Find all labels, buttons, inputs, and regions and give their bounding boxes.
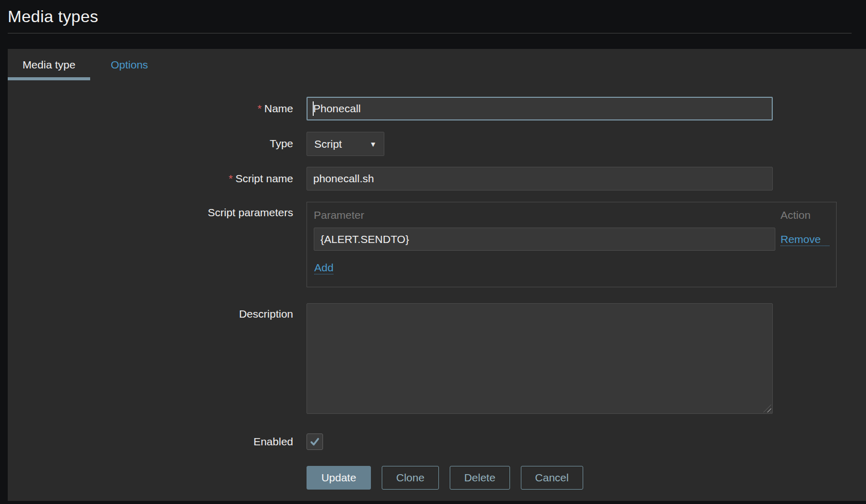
delete-button[interactable]: Delete — [450, 466, 510, 490]
footer-spacer — [8, 466, 307, 490]
name-row: *Name — [8, 97, 866, 120]
page-header: Media types — [0, 0, 866, 33]
description-row: Description — [8, 303, 866, 414]
type-select[interactable]: Script ▼ — [307, 132, 384, 156]
update-button[interactable]: Update — [307, 466, 371, 490]
enabled-label: Enabled — [8, 433, 307, 450]
script-parameters-row: Script parameters Parameter Action Remov… — [8, 202, 866, 287]
required-asterisk: * — [229, 172, 233, 184]
script-parameter-row: Remove — [314, 228, 829, 251]
type-label: Type — [8, 132, 307, 156]
form-footer-row: Update Clone Delete Cancel — [8, 466, 866, 490]
type-select-value: Script — [314, 138, 342, 150]
name-label: *Name — [8, 97, 307, 120]
active-tab-underline — [8, 77, 90, 80]
description-textarea-wrap — [307, 303, 773, 414]
enabled-checkbox[interactable] — [307, 433, 323, 450]
media-type-form: *Name Type Script ▼ *Script name Script … — [8, 80, 866, 490]
name-input-wrap — [307, 97, 773, 120]
script-parameters-header: Parameter Action — [314, 209, 829, 221]
clone-button[interactable]: Clone — [382, 466, 439, 490]
type-row: Type Script ▼ — [8, 132, 866, 156]
tab-media-type-label: Media type — [23, 59, 76, 71]
description-textarea[interactable] — [307, 303, 773, 414]
check-icon — [309, 436, 320, 447]
footer-buttons: Update Clone Delete Cancel — [307, 466, 583, 490]
script-parameters-label: Script parameters — [8, 202, 307, 287]
required-asterisk: * — [258, 102, 262, 114]
tab-options[interactable]: Options — [99, 49, 160, 80]
remove-parameter-link[interactable]: Remove — [780, 233, 829, 246]
description-label: Description — [8, 303, 307, 414]
chevron-down-icon: ▼ — [369, 140, 377, 148]
script-parameters-box: Parameter Action Remove Add — [307, 202, 837, 287]
name-input[interactable] — [307, 97, 773, 120]
parameter-input[interactable] — [314, 228, 775, 251]
cancel-button[interactable]: Cancel — [521, 466, 583, 490]
text-caret — [313, 101, 314, 116]
tab-bar: Media type Options — [8, 49, 866, 80]
tab-options-label: Options — [111, 59, 148, 71]
form-panel: Media type Options *Name Type Script ▼ *… — [8, 49, 866, 501]
enabled-row: Enabled — [8, 433, 866, 450]
script-name-row: *Script name — [8, 167, 866, 190]
page-title: Media types — [8, 7, 858, 26]
script-name-input[interactable] — [307, 167, 773, 190]
add-parameter-link[interactable]: Add — [314, 261, 333, 274]
action-column-header: Action — [780, 209, 829, 221]
tab-media-type[interactable]: Media type — [8, 49, 90, 80]
script-name-label: *Script name — [8, 167, 307, 190]
parameter-column-header: Parameter — [314, 209, 775, 221]
header-divider — [8, 33, 852, 33]
